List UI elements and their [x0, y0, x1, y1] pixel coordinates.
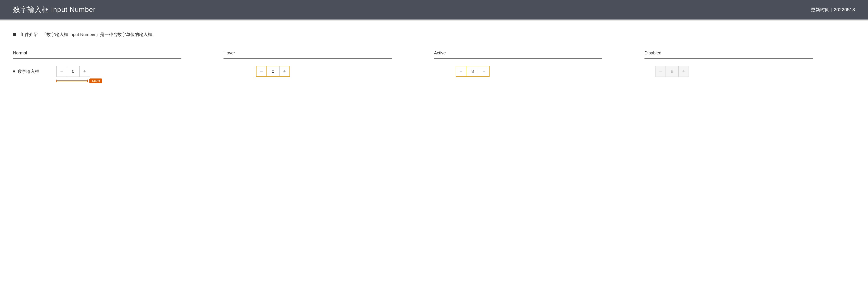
state-column-active: Active — [434, 50, 645, 64]
disabled-input-number: − + — [655, 66, 689, 77]
active-input-number: − + — [456, 66, 490, 77]
disabled-plus-button: + — [679, 66, 688, 76]
hover-minus-button[interactable]: − — [256, 66, 267, 76]
disabled-column: − + — [655, 66, 855, 77]
disabled-input-field — [665, 66, 679, 76]
normal-plus-button[interactable]: + — [80, 66, 90, 76]
active-plus-button[interactable]: + — [479, 66, 489, 76]
header-date: 更新时间 | 20220518 — [811, 6, 855, 13]
hover-plus-button[interactable]: + — [279, 66, 289, 76]
intro-label: 组件介绍 — [21, 32, 38, 37]
size-bar — [56, 80, 88, 81]
disabled-minus-button: − — [656, 66, 665, 76]
active-minus-button[interactable]: − — [456, 66, 466, 76]
normal-input-wrapper: − + 144px — [56, 66, 102, 83]
state-label-normal: Normal — [13, 50, 181, 59]
size-tag: 144px — [89, 78, 102, 83]
state-label-disabled: Disabled — [645, 50, 813, 59]
state-column-hover: Hover — [223, 50, 434, 64]
state-label-active: Active — [434, 50, 602, 59]
state-column-disabled: Disabled — [645, 50, 855, 64]
page-title: 数字输入框 Input Number — [13, 5, 96, 14]
hover-input-field[interactable] — [267, 66, 279, 76]
section-marker — [13, 33, 16, 36]
component-label-text: 数字输入框 — [18, 69, 39, 74]
normal-input-number: − + — [56, 66, 90, 77]
states-row: Normal Hover Active Disabled — [13, 50, 855, 64]
intro-section: 组件介绍 「数字输入框 Input Number」是一种含数字单位的输入框。 — [13, 32, 855, 37]
demo-section: Normal Hover Active Disabled ■ 数字输入框 — [13, 50, 855, 83]
normal-column: − + 144px — [56, 66, 256, 83]
component-row: ■ 数字输入框 − + 144px — [13, 66, 855, 83]
active-column: − + — [456, 66, 655, 77]
hover-input-number: − + — [256, 66, 290, 77]
inputs-row: − + 144px − + — [56, 66, 855, 83]
main-content: 组件介绍 「数字输入框 Input Number」是一种含数字单位的输入框。 N… — [0, 21, 868, 94]
size-indicator: 144px — [56, 78, 102, 83]
state-label-hover: Hover — [223, 50, 392, 59]
component-marker: ■ — [13, 69, 16, 74]
normal-input-field[interactable] — [67, 66, 80, 76]
component-label-section: ■ 数字输入框 — [13, 66, 56, 74]
intro-text: 「数字输入框 Input Number」是一种含数字单位的输入框。 — [42, 32, 156, 37]
marker-square — [13, 33, 16, 36]
hover-column: − + — [256, 66, 456, 77]
normal-minus-button[interactable]: − — [57, 66, 67, 76]
state-column-normal: Normal — [13, 50, 223, 64]
page-header: 数字输入框 Input Number 更新时间 | 20220518 — [0, 0, 868, 20]
active-input-field[interactable] — [466, 66, 479, 76]
